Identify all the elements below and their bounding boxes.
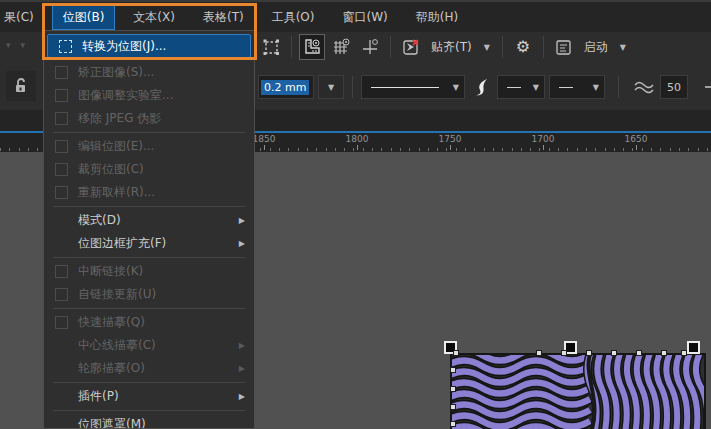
menubar-item[interactable]: 窗口(W)	[332, 6, 397, 29]
selection-handle-top-right[interactable]	[687, 341, 700, 354]
curve-node[interactable]	[450, 421, 456, 427]
property-bar-controls: 0.2 mm ▼ ▼ ▼ ▼	[258, 73, 711, 101]
menu-item[interactable]: 快速描摹(Q)	[44, 311, 254, 334]
menu-item[interactable]: 图像调整实验室...	[44, 84, 254, 107]
toolbar-separator	[352, 76, 353, 98]
smooth-value-input[interactable]: 50	[660, 75, 688, 99]
chevron-down-icon[interactable]: ▼	[615, 43, 631, 52]
launch-label[interactable]: 启动	[580, 39, 612, 56]
curve-node[interactable]	[586, 350, 592, 356]
alignment-guides-toggle[interactable]	[357, 34, 383, 60]
curve-node[interactable]	[661, 350, 667, 356]
menubar: 果(C)位图(B)文本(X)表格(T)工具(O)窗口(W)帮助(H)	[0, 0, 711, 32]
toolbar-separator	[543, 36, 544, 58]
menu-item[interactable]: 位图边框扩充(F)▶	[44, 232, 254, 255]
outline-width-input[interactable]: 0.2 mm	[258, 75, 314, 99]
curve-node[interactable]	[636, 350, 642, 356]
ruler-label: 1700	[532, 134, 555, 144]
menubar-item[interactable]: 文本(X)	[123, 6, 185, 29]
submenu-arrow-icon: ▶	[239, 341, 245, 350]
menu-item[interactable]: 矫正图像(S)...	[44, 61, 254, 84]
menu-item[interactable]: 模式(D)▶	[44, 209, 254, 232]
menu-item[interactable]: 插件(P)▶	[44, 385, 254, 408]
snap-label[interactable]: 贴齐(T)	[427, 39, 476, 56]
menu-item-label: 位图边框扩充(F)	[78, 235, 166, 252]
curve-node[interactable]	[561, 350, 567, 356]
menu-item[interactable]: 自链接更新(U)	[44, 283, 254, 306]
unlock-icon[interactable]	[6, 71, 36, 101]
straighten-image-icon	[55, 66, 68, 79]
submenu-arrow-icon: ▶	[239, 392, 245, 401]
menu-item[interactable]: 移除 JPEG 伪影	[44, 107, 254, 130]
snap-off-icon[interactable]	[398, 34, 424, 60]
menu-item-label: 自链接更新(U)	[78, 286, 156, 303]
options-gear-icon[interactable]: ⚙	[510, 34, 536, 60]
bitmap-menu-panel: 转换为位图(J)...矫正图像(S)...图像调整实验室...移除 JPEG 伪…	[43, 30, 255, 429]
menubar-item[interactable]: 工具(O)	[262, 6, 325, 29]
menu-item-label: 裁剪位图(C)	[78, 161, 144, 178]
menu-separator	[53, 382, 245, 383]
submenu-arrow-icon: ▶	[239, 364, 245, 373]
brush-stroke-icon[interactable]	[469, 75, 493, 99]
menu-item[interactable]: 位图遮罩(M)	[44, 413, 254, 429]
ruler-major-tick	[543, 145, 544, 150]
curve-node[interactable]	[450, 404, 456, 410]
resample-icon	[55, 186, 68, 199]
menubar-item[interactable]: 表格(T)	[193, 6, 254, 29]
chevron-down-icon: ▼	[588, 83, 604, 92]
curve-node[interactable]	[681, 350, 687, 356]
arrow-start-preview	[507, 87, 521, 88]
menu-separator	[53, 206, 245, 207]
wavy-bitmap-object[interactable]	[452, 355, 704, 429]
menu-item[interactable]: 中心线描摹(C)▶	[44, 334, 254, 357]
curve-node[interactable]	[611, 350, 617, 356]
outline-width-value: 0.2 mm	[261, 80, 309, 95]
arrow-end-dropdown[interactable]: ▼	[549, 75, 605, 99]
menu-item-label: 模式(D)	[78, 212, 121, 229]
curve-node[interactable]	[450, 367, 456, 373]
menu-item[interactable]: 中断链接(K)	[44, 260, 254, 283]
arrow-start-dropdown[interactable]: ▼	[497, 75, 545, 99]
toolbar-separator	[390, 36, 391, 58]
curve-node[interactable]	[453, 350, 459, 356]
ruler-major-tick	[636, 145, 637, 150]
ruler-label: 1650	[625, 134, 648, 144]
arrow-end-preview	[559, 87, 573, 88]
menu-item[interactable]: 重新取样(R)...	[44, 181, 254, 204]
menu-item-label: 中心线描摹(C)	[78, 337, 156, 354]
menu-item-label: 位图遮罩(M)	[78, 416, 146, 429]
menu-item-label: 转换为位图(J)...	[82, 38, 166, 55]
line-style-dropdown[interactable]: ▼	[361, 75, 465, 99]
convert-to-bitmap-icon	[59, 40, 72, 53]
menu-item-label: 矫正图像(S)...	[78, 64, 154, 81]
chevron-down-icon: ▼	[528, 83, 544, 92]
menubar-item[interactable]: 位图(B)	[52, 5, 116, 30]
menu-item-label: 快速描摹(Q)	[78, 314, 145, 331]
ruler-major-tick	[357, 145, 358, 150]
update-link-icon	[55, 288, 68, 301]
menubar-item[interactable]: 果(C)	[0, 6, 44, 29]
ruler-major-tick	[264, 145, 265, 150]
chevron-down-icon[interactable]: ▼	[479, 43, 495, 52]
curve-node[interactable]	[450, 386, 456, 392]
menu-separator	[53, 132, 245, 133]
menu-item-label: 编辑位图(E)...	[78, 138, 154, 155]
menu-item-label: 插件(P)	[78, 388, 119, 405]
outline-width-dropdown[interactable]: ▼	[318, 75, 344, 99]
line-style-preview	[371, 87, 439, 88]
menu-item[interactable]: 轮廓描摹(O)▶	[44, 357, 254, 380]
menu-item-label: 图像调整实验室...	[78, 87, 173, 104]
show-rulers-toggle[interactable]	[299, 34, 325, 60]
treat-as-filled-icon[interactable]	[258, 34, 284, 60]
plus-button[interactable]	[700, 75, 711, 99]
curve-node[interactable]	[536, 350, 542, 356]
menu-item[interactable]: 裁剪位图(C)	[44, 158, 254, 181]
chevron-down-icon: ▼	[448, 83, 464, 92]
menu-item[interactable]: 转换为位图(J)...	[47, 34, 251, 58]
launch-icon[interactable]	[551, 34, 577, 60]
break-link-icon	[55, 265, 68, 278]
menu-item[interactable]: 编辑位图(E)...	[44, 135, 254, 158]
quick-trace-icon	[55, 316, 68, 329]
show-grid-toggle[interactable]	[328, 34, 354, 60]
menubar-item[interactable]: 帮助(H)	[406, 6, 468, 29]
